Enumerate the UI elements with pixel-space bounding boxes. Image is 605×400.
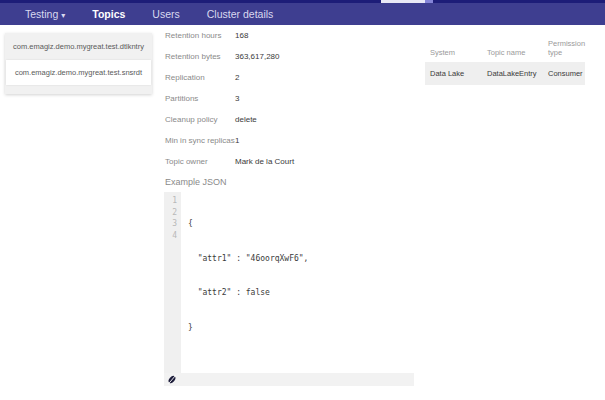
app-window: Testing▾ Topics Users Cluster details co… bbox=[0, 0, 605, 400]
topic-list-item-selected[interactable]: com.emagiz.demo.mygreat.test.snsrdt bbox=[6, 60, 151, 85]
column-header-permission-type: Permission type bbox=[543, 36, 585, 62]
property-row: Retention bytes 363,617,280 bbox=[165, 51, 420, 62]
code-line: } bbox=[188, 322, 414, 334]
code-line: { bbox=[188, 218, 414, 230]
nav-item-cluster-details-label: Cluster details bbox=[207, 8, 274, 20]
property-row: Min in sync replicas 1 bbox=[165, 135, 420, 146]
line-number: 2 bbox=[164, 207, 177, 219]
property-label: Retention hours bbox=[165, 30, 235, 41]
nav-item-users-label: Users bbox=[152, 8, 179, 20]
table-cell-topic-name[interactable]: DataLakeEntry bbox=[482, 62, 543, 85]
table-cell-permission-type[interactable]: Consumer bbox=[543, 62, 585, 85]
permissions-table: System Topic name Permission type Data L… bbox=[425, 36, 585, 85]
column-header-system: System bbox=[425, 36, 482, 62]
property-value: Mark de la Court bbox=[235, 156, 294, 167]
property-label: Replication bbox=[165, 72, 235, 83]
property-value: 3 bbox=[235, 93, 239, 104]
property-row: Partitions 3 bbox=[165, 93, 420, 104]
property-row: Cleanup policy delete bbox=[165, 114, 420, 125]
editor-footer-bar bbox=[164, 373, 414, 386]
nav-item-cluster-details[interactable]: Cluster details bbox=[207, 8, 274, 20]
nav-item-testing-label: Testing bbox=[25, 8, 58, 20]
code-line: "attr2" : false bbox=[188, 287, 414, 299]
property-label: Topic owner bbox=[165, 156, 235, 167]
nav-item-topics-label: Topics bbox=[92, 8, 125, 20]
editor-code-area[interactable]: { "attr1" : "46oorqXwF6", "attr2" : fals… bbox=[181, 192, 414, 373]
example-json-title: Example JSON bbox=[165, 177, 227, 187]
property-label: Cleanup policy bbox=[165, 114, 235, 125]
nav-item-users[interactable]: Users bbox=[152, 8, 179, 20]
property-label: Retention bytes bbox=[165, 51, 235, 62]
topic-properties: Retention hours 168 Retention bytes 363,… bbox=[165, 30, 420, 177]
topic-list-item[interactable]: com.emagiz.demo.mygreat.test.dtlkntry bbox=[5, 33, 152, 60]
topic-list-panel: com.emagiz.demo.mygreat.test.dtlkntry co… bbox=[5, 33, 152, 94]
property-value: 363,617,280 bbox=[235, 51, 280, 62]
property-value: 2 bbox=[235, 72, 239, 83]
property-row: Replication 2 bbox=[165, 72, 420, 83]
nav-item-topics[interactable]: Topics bbox=[92, 8, 125, 20]
line-number: 1 bbox=[164, 195, 177, 207]
nav-item-testing[interactable]: Testing▾ bbox=[25, 8, 65, 20]
code-line: "attr1" : "46oorqXwF6", bbox=[188, 253, 414, 265]
ace-feather-icon bbox=[167, 374, 177, 385]
property-label: Min in sync replicas bbox=[165, 135, 235, 146]
line-number: 4 bbox=[164, 230, 177, 242]
editor-line-numbers: 1 2 3 4 bbox=[164, 192, 181, 373]
property-row: Retention hours 168 bbox=[165, 30, 420, 41]
property-value: 1 bbox=[235, 135, 239, 146]
property-label: Partitions bbox=[165, 93, 235, 104]
property-value: 168 bbox=[235, 30, 248, 41]
property-value: delete bbox=[235, 114, 257, 125]
dropdown-caret-icon: ▾ bbox=[61, 11, 65, 20]
column-header-topic-name: Topic name bbox=[482, 36, 543, 62]
property-row: Topic owner Mark de la Court bbox=[165, 156, 420, 167]
main-navbar: Testing▾ Topics Users Cluster details bbox=[0, 3, 605, 25]
table-cell-system[interactable]: Data Lake bbox=[425, 62, 482, 85]
line-number: 3 bbox=[164, 218, 177, 230]
json-editor[interactable]: 1 2 3 4 { "attr1" : "46oorqXwF6", "attr2… bbox=[164, 192, 414, 373]
